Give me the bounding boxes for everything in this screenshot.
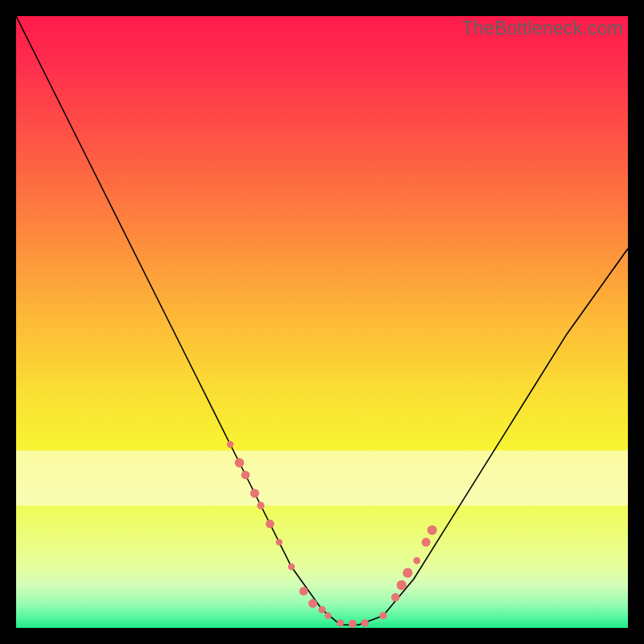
cluster-point [397,580,407,590]
cluster-point [266,520,275,529]
cluster-point [336,619,344,626]
plot-area: TheBottleneck.com [16,16,628,628]
cluster-point [242,471,250,480]
cluster-point [391,593,399,601]
cluster-point [361,619,369,626]
cluster-point [324,613,331,619]
watermark-text: TheBottleneck.com [462,18,623,39]
cluster-point [299,587,308,596]
white-strip [16,451,628,506]
cluster-point [402,568,412,578]
cluster-point [276,539,283,546]
cluster-point [250,489,259,497]
gradient-rect [16,16,628,628]
cluster-point [308,599,317,608]
cluster-point [349,620,357,628]
cluster-point [427,525,437,535]
cluster-point [235,458,245,468]
cluster-point [288,564,295,570]
cluster-point [227,441,233,448]
chart-frame: TheBottleneck.com [0,0,644,644]
cluster-point [257,502,264,509]
cluster-point [422,538,431,547]
cluster-point [379,612,386,619]
cluster-point [413,557,420,564]
cluster-point [319,606,326,613]
chart-svg [16,16,628,628]
